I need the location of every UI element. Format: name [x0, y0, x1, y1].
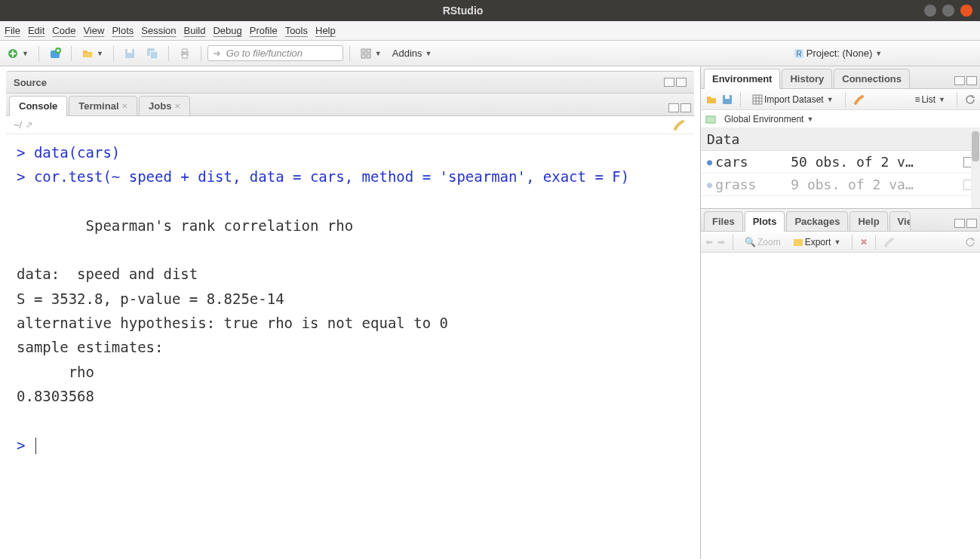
window-close-button[interactable]	[960, 5, 972, 17]
plot-prev-icon[interactable]: ⬅	[705, 237, 713, 247]
window-minimize-button[interactable]	[924, 5, 936, 17]
pane-maximize-button[interactable]	[676, 78, 687, 87]
clear-workspace-icon[interactable]	[853, 94, 865, 106]
tab-connections[interactable]: Connections	[834, 69, 910, 89]
console-working-dir: ~/	[14, 119, 22, 131]
environment-row-grass[interactable]: ● grass 9 obs. of 2 va…	[701, 174, 980, 196]
separator	[168, 46, 169, 61]
tab-plots[interactable]: Plots	[745, 211, 785, 232]
separator	[875, 235, 876, 250]
pane-maximize-button[interactable]	[966, 219, 977, 228]
clear-console-icon[interactable]	[673, 118, 687, 132]
svg-rect-17	[725, 95, 730, 99]
menu-file[interactable]: File	[5, 25, 20, 37]
plots-canvas	[701, 253, 980, 559]
tab-jobs[interactable]: Jobs×	[139, 96, 190, 116]
new-project-button[interactable]	[45, 45, 65, 62]
plot-remove-icon[interactable]: ✖	[860, 237, 868, 247]
console-output[interactable]: > data(cars) > cor.test(~ speed + dist, …	[6, 134, 694, 559]
tab-packages[interactable]: Packages	[786, 211, 848, 232]
project-r-icon: R	[793, 48, 805, 60]
save-all-button[interactable]	[143, 45, 162, 62]
separator	[201, 46, 201, 61]
pane-maximize-button[interactable]	[680, 103, 691, 112]
refresh-icon[interactable]	[965, 94, 975, 105]
menu-debug[interactable]: Debug	[213, 25, 241, 37]
environment-body: Data ● cars 50 obs. of 2 v… ● grass 9 ob…	[701, 128, 980, 208]
environment-search-input[interactable]	[973, 114, 975, 124]
svg-rect-8	[183, 49, 187, 52]
menu-plots[interactable]: Plots	[112, 25, 134, 37]
source-title: Source	[14, 77, 47, 88]
separator	[349, 46, 350, 61]
new-file-icon	[7, 48, 19, 60]
menu-session[interactable]: Session	[141, 25, 176, 37]
svg-text:R: R	[796, 50, 801, 58]
grid-button[interactable]: ▼	[356, 45, 386, 62]
tab-environment[interactable]: Environment	[704, 69, 780, 89]
plot-export-button[interactable]: Export ▼	[789, 235, 845, 250]
svg-rect-12	[361, 54, 365, 58]
plot-zoom-button[interactable]: 🔍 Zoom	[741, 235, 785, 250]
svg-rect-11	[367, 49, 370, 53]
plot-clear-all-icon[interactable]	[883, 236, 896, 248]
menu-code[interactable]: Code	[52, 25, 75, 37]
project-menu[interactable]: R Project: (None) ▼	[789, 45, 886, 62]
environment-scope-button[interactable]: Global Environment ▼	[720, 112, 817, 127]
pane-minimize-button[interactable]	[664, 78, 674, 87]
pane-maximize-button[interactable]	[966, 76, 977, 85]
scrollbar-thumb[interactable]	[972, 131, 979, 161]
import-dataset-button[interactable]: Import Dataset ▼	[748, 92, 837, 107]
window-maximize-button[interactable]	[942, 5, 954, 17]
pane-minimize-button[interactable]	[954, 76, 965, 85]
environment-row-cars[interactable]: ● cars 50 obs. of 2 v…	[701, 151, 980, 174]
new-file-button[interactable]: ▼	[3, 45, 32, 62]
separator	[38, 46, 39, 61]
chevron-down-icon: ▼	[425, 50, 432, 57]
print-button[interactable]	[175, 45, 195, 62]
console-output-line: S = 3532.8, p-value = 8.825e-14	[17, 290, 284, 307]
data-bullet-icon: ●	[707, 157, 712, 167]
pane-minimize-button[interactable]	[954, 219, 965, 228]
project-label: Project: (None)	[806, 48, 872, 59]
environment-data-header: Data	[701, 128, 980, 151]
tab-viewer[interactable]: Viewer	[889, 211, 911, 232]
left-column: Source Console Terminal× Jobs× ~/ ⇗	[0, 66, 701, 559]
close-icon[interactable]: ×	[122, 100, 128, 112]
environment-scrollbar[interactable]	[971, 128, 980, 208]
open-file-button[interactable]: ▼	[78, 45, 107, 62]
goto-dir-icon[interactable]: ⇗	[25, 119, 33, 131]
chevron-down-icon: ▼	[806, 115, 813, 123]
goto-file-function-input[interactable]: Go to file/function	[207, 45, 343, 61]
tab-help[interactable]: Help	[849, 211, 887, 232]
chevron-down-icon: ▼	[827, 96, 834, 103]
source-pane-header: Source	[6, 71, 694, 94]
tab-files[interactable]: Files	[704, 211, 743, 232]
menu-tools[interactable]: Tools	[285, 25, 308, 37]
view-list-button[interactable]: ≡ List ▼	[911, 92, 949, 107]
separator	[957, 92, 957, 107]
chevron-down-icon: ▼	[97, 50, 103, 57]
refresh-icon[interactable]	[965, 237, 975, 247]
save-all-icon	[146, 48, 158, 60]
pane-minimize-button[interactable]	[668, 103, 679, 112]
tab-history[interactable]: History	[782, 69, 832, 89]
menu-build[interactable]: Build	[184, 25, 206, 37]
chevron-down-icon: ▼	[939, 96, 945, 103]
menu-help[interactable]: Help	[315, 25, 336, 37]
tab-terminal[interactable]: Terminal×	[69, 96, 137, 116]
load-workspace-icon[interactable]	[705, 94, 717, 106]
svg-rect-19	[706, 116, 715, 123]
svg-rect-6	[150, 51, 158, 59]
menu-view[interactable]: View	[83, 25, 104, 37]
save-button[interactable]	[120, 45, 140, 62]
plot-next-icon[interactable]: ➡	[717, 237, 725, 247]
addins-button[interactable]: Addins ▼	[389, 45, 436, 61]
close-icon[interactable]: ×	[174, 100, 180, 112]
menu-edit[interactable]: Edit	[28, 25, 45, 37]
separator	[845, 92, 846, 107]
tab-console[interactable]: Console	[9, 96, 67, 116]
environment-toolbar: Import Dataset ▼ ≡ List ▼	[701, 89, 980, 110]
save-workspace-icon[interactable]	[722, 94, 733, 105]
menu-profile[interactable]: Profile	[250, 25, 278, 37]
